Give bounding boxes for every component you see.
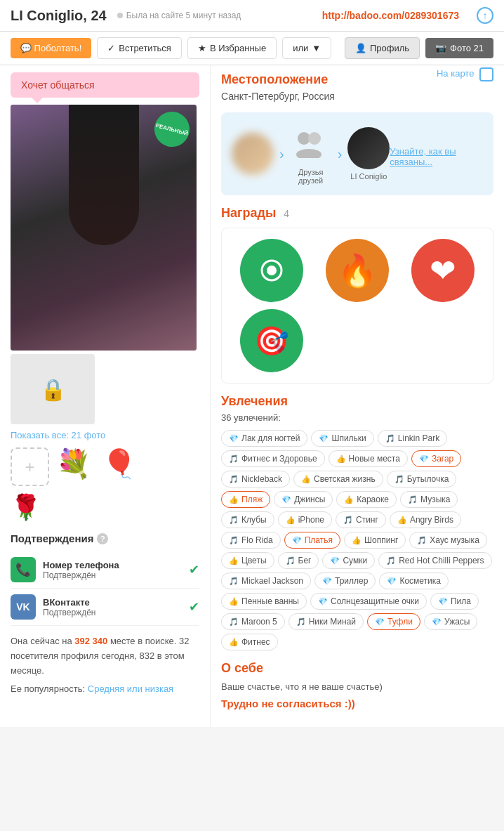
award-fire: 🔥 (326, 239, 389, 302)
locked-photo: 🔒 (11, 354, 95, 424)
tag-item[interactable]: 💎Сумки (322, 552, 375, 569)
tag-item[interactable]: 🎵Ники Минай (289, 613, 364, 630)
tag-item[interactable]: 👍iPhone (278, 511, 332, 528)
tag-item[interactable]: 💎Туфли (367, 613, 420, 630)
tag-item[interactable]: 💎Триллер (314, 572, 376, 589)
svg-point-4 (267, 266, 277, 275)
tag-item[interactable]: 🎵Хаус музыка (409, 532, 486, 549)
or-button[interactable]: или ▼ (282, 37, 331, 59)
tag-item[interactable]: 🎵Музыка (400, 491, 458, 508)
location-text: Санкт-Петербург, Россия (221, 91, 493, 102)
award-target: 🎯 (240, 309, 303, 372)
action-toolbar: 💬 Поболтать! ✓ Встретиться ★ В Избранные… (0, 32, 504, 65)
about-text: Ваше счастье, что я не ваше счастье) (221, 681, 493, 692)
tag-item[interactable]: 💎Платья (284, 532, 340, 549)
tag-item[interactable]: 👍Цветы (221, 552, 274, 569)
about-section: О себе Ваше счастье, что я не ваше счаст… (221, 661, 493, 709)
show-all-photos-link[interactable]: Показать все: 21 фото (11, 430, 199, 440)
main-content: Хочет общаться РЕАЛЬНЫЙ 🔒 Показать все: … (0, 65, 504, 727)
vk-icon: VK (11, 594, 36, 620)
page-header: LI Coniglio, 24 Была на сайте 5 минут на… (0, 0, 504, 32)
vk-confirmation: VK ВКонтакте Подтверждён ✔ (11, 589, 199, 626)
gifts-row: + 💐 🎈 (11, 447, 199, 486)
tag-item[interactable]: 💎Загар (411, 450, 461, 467)
right-panel: Местоположение На карте Санкт-Петербург,… (211, 65, 504, 727)
phone-check-icon: ✔ (189, 562, 199, 577)
phone-icon: 📞 (11, 557, 36, 582)
gift-flowers: 💐 (56, 447, 95, 486)
stats-section: Она сейчас на 392 340 месте в поиске. 32… (11, 634, 199, 697)
location-section: Местоположение На карте Санкт-Петербург,… (221, 72, 493, 102)
help-icon[interactable]: ? (97, 533, 108, 544)
awards-section: Награды 4 🔥 ❤ 🎯 (221, 206, 493, 384)
connection-avatars: › Друзья друзей › LI Coniglio (232, 123, 390, 185)
about-title: О себе (221, 661, 493, 676)
left-panel: Хочет общаться РЕАЛЬНЫЙ 🔒 Показать все: … (0, 65, 211, 727)
tag-item[interactable]: 💎Косметика (379, 572, 449, 589)
about-quote: Трудно не согласиться :)) (221, 698, 493, 709)
tag-item[interactable]: 🎵Фитнес и Здоровье (221, 450, 325, 467)
popularity-link[interactable]: Средняя или низкая (88, 683, 173, 694)
profile-tab-button[interactable]: 👤 Профиль (345, 37, 420, 59)
profile-photo-main: РЕАЛЬНЫЙ (11, 105, 197, 351)
tag-item[interactable]: 👍Новые места (329, 450, 408, 467)
tag-item[interactable]: 👍Светская жизнь (293, 471, 383, 488)
tag-item[interactable]: 👍Фитнес (221, 634, 278, 650)
favorites-button[interactable]: ★ В Избранные (187, 37, 277, 59)
map-icon (479, 67, 493, 81)
add-gift-button[interactable]: + (11, 447, 49, 486)
vk-check-icon: ✔ (189, 599, 199, 615)
friends-icon (290, 123, 332, 165)
phone-confirm-text: Номер телефона Подтверждён (43, 560, 182, 580)
upload-button[interactable]: ↑ (477, 7, 493, 24)
tag-item[interactable]: 👍Караоке (336, 491, 397, 508)
profile-url[interactable]: http://badoo.com/0289301673 (322, 10, 459, 21)
friends-avatar-group: Друзья друзей (290, 123, 332, 185)
tag-item[interactable]: 💎Пила (430, 593, 479, 610)
user-avatar-group: LI Coniglio (347, 127, 390, 181)
tag-item[interactable]: 💎Солнцезащитные очки (310, 593, 427, 610)
map-link[interactable]: На карте (437, 67, 493, 81)
tag-item[interactable]: 🎵Стинг (336, 511, 386, 528)
stats-text: Она сейчас на 392 340 месте в поиске. 32… (11, 634, 199, 678)
interests-count: 36 увлечений: (221, 412, 493, 423)
connection-link[interactable]: Узнайте, как вы связаны... (390, 146, 483, 167)
popularity-text: Ее популярность: Средняя или низкая (11, 682, 199, 697)
tag-item[interactable]: 💎Джинсы (274, 491, 333, 508)
tag-item[interactable]: 🎵Nickleback (221, 471, 290, 488)
awards-count: 4 (284, 208, 289, 219)
meet-button[interactable]: ✓ Встретиться (97, 37, 182, 59)
photo-tab-button[interactable]: 📷 Фото 21 (425, 38, 493, 58)
award-heart: ❤ (411, 239, 475, 302)
tag-item[interactable]: 🎵Клубы (221, 511, 274, 528)
vk-confirm-text: ВКонтакте Подтверждён (43, 597, 182, 617)
tag-item[interactable]: 🎵Linkin Park (378, 430, 447, 447)
tag-item[interactable]: 👍Шоппинг (344, 532, 406, 549)
interests-title: Увлечения (221, 394, 493, 409)
tag-item[interactable]: 🎵Бег (278, 552, 319, 569)
wants-chat-badge: Хочет общаться (11, 72, 199, 98)
tag-item[interactable]: 🎵Red Hot Chilli Peppers (378, 552, 491, 569)
tag-item[interactable]: 👍Пляж (221, 491, 270, 508)
lock-icon: 🔒 (40, 377, 66, 402)
awards-title: Награды (221, 206, 276, 221)
tag-item[interactable]: 💎Шпильки (311, 430, 373, 447)
gift-balloons: 🎈 (102, 447, 140, 486)
tag-item[interactable]: 🎵Flo Rida (221, 532, 281, 549)
awards-grid: 🔥 ❤ 🎯 (221, 228, 493, 384)
status-dot (117, 13, 123, 18)
tag-item[interactable]: 💎Ужасы (424, 613, 478, 630)
tag-item[interactable]: 🎵Mickael Jackson (221, 572, 311, 589)
tag-item[interactable]: 🎵Maroon 5 (221, 613, 285, 630)
location-title: Местоположение (221, 72, 328, 87)
friends-label: Друзья друзей (290, 168, 332, 185)
tag-item[interactable]: 👍Пенные ванны (221, 593, 307, 610)
connection-box: › Друзья друзей › LI Coniglio (221, 112, 493, 195)
chat-button[interactable]: 💬 Поболтать! (11, 38, 91, 58)
tag-item[interactable]: 🎵Бутылочка (387, 471, 457, 488)
arrow-right-icon: › (279, 146, 284, 162)
user-avatar-label: LI Coniglio (350, 172, 387, 181)
tag-item[interactable]: 💎Лак для ногтей (221, 430, 307, 447)
online-status: Была на сайте 5 минут назад (117, 11, 241, 20)
tag-item[interactable]: 👍Angry Birds (390, 511, 461, 528)
